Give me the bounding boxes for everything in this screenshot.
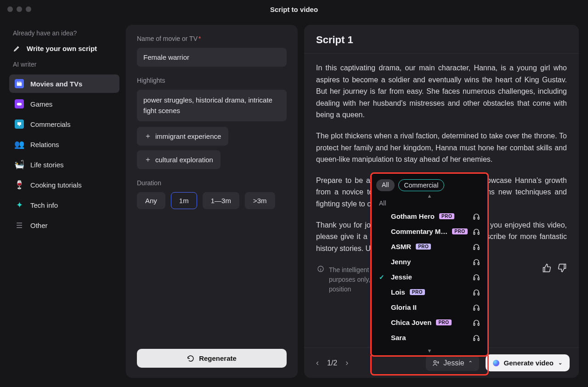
write-own-label: Write your own script [27, 45, 97, 52]
sidebar-item-label: Commercials [30, 120, 71, 128]
svg-rect-0 [17, 83, 22, 86]
name-label: Name of movie or TV* [137, 35, 287, 42]
sidebar-item-life[interactable]: 🛀 Life stories [9, 155, 119, 174]
thumbs-down-icon[interactable] [558, 263, 567, 273]
svg-rect-7 [478, 217, 479, 219]
svg-rect-1 [17, 103, 22, 106]
highlights-label: Highlights [137, 77, 287, 84]
svg-rect-16 [474, 293, 475, 295]
tab-all[interactable]: All [376, 179, 395, 191]
headphone-icon[interactable] [473, 304, 480, 311]
voice-list[interactable]: Gotham HeroPROCommentary M…PROASMRPROJen… [372, 209, 487, 348]
sidebar-item-games[interactable]: Games [9, 95, 119, 113]
voice-option[interactable]: ASMRPRO [372, 239, 487, 254]
sidebar-item-movies[interactable]: Movies and TVs [9, 74, 119, 93]
svg-rect-9 [478, 232, 479, 234]
plus-icon: ＋ [144, 155, 152, 165]
chip-cultural[interactable]: ＋ cultural exploration [137, 150, 220, 169]
voice-name: Gotham Hero [391, 212, 435, 220]
headphone-icon[interactable] [473, 319, 480, 326]
svg-rect-17 [478, 293, 479, 295]
orb-icon [493, 360, 499, 366]
svg-rect-22 [474, 338, 475, 341]
tab-commercial[interactable]: Commercial [398, 179, 445, 191]
duration-gt3m[interactable]: >3m [245, 192, 275, 209]
headphone-icon[interactable] [473, 334, 480, 341]
script-paragraph: In this captivating drama, our main char… [316, 62, 567, 121]
ai-writer-label: AI writer [9, 58, 119, 72]
voice-name: Jenny [391, 258, 411, 266]
sidebar-item-tech[interactable]: ✦ Tech info [9, 196, 119, 214]
headphone-icon[interactable] [473, 228, 480, 235]
svg-rect-19 [478, 308, 479, 310]
voice-group-label: All [372, 199, 487, 209]
duration-any[interactable]: Any [137, 192, 165, 209]
voice-option[interactable]: Chica JovenPRO [372, 315, 487, 330]
headphone-icon[interactable] [473, 289, 480, 296]
pager-prev[interactable]: ‹ [313, 356, 322, 370]
headphone-icon[interactable] [473, 273, 480, 281]
thumbs-up-icon[interactable] [542, 263, 551, 273]
sidebar-item-label: Movies and TVs [30, 80, 82, 88]
pencil-icon [13, 44, 21, 52]
headphone-icon[interactable] [473, 213, 480, 220]
headphone-icon[interactable] [473, 258, 480, 266]
app-title: Script to video [270, 6, 318, 13]
window-min-dot[interactable] [17, 6, 22, 12]
sidebar-list: Movies and TVs Games Commercials 👥 Relat… [9, 74, 119, 234]
duration-1m[interactable]: 1m [171, 192, 197, 209]
voice-option[interactable]: Commentary M…PRO [372, 224, 487, 239]
sidebar-item-label: Games [30, 100, 52, 108]
sidebar: Already have an idea? Write your own scr… [9, 25, 119, 378]
idea-label: Already have an idea? [9, 27, 119, 40]
svg-rect-8 [474, 232, 475, 234]
megaphone-icon [15, 120, 24, 129]
pro-badge: PRO [436, 319, 451, 325]
voice-name: ASMR [391, 243, 411, 250]
svg-rect-13 [478, 262, 479, 265]
sidebar-item-label: Life stories [30, 161, 64, 169]
voice-name: Commentary M… [391, 228, 447, 235]
chip-label: immigrant experience [155, 132, 221, 140]
voice-option[interactable]: Jenny [372, 254, 487, 269]
clapperboard-icon [15, 79, 24, 88]
name-input[interactable] [137, 48, 287, 67]
voice-name: Chica Joven [391, 319, 431, 326]
voice-option[interactable]: LoisPRO [372, 285, 487, 300]
voice-option[interactable]: ✓Jessie [372, 269, 487, 285]
voice-option[interactable]: Gotham HeroPRO [372, 209, 487, 224]
regenerate-button[interactable]: Regenerate [137, 349, 287, 368]
voice-name: Jessie [391, 273, 412, 281]
titlebar: Script to video [0, 0, 588, 18]
highlight-extender [370, 355, 489, 376]
sidebar-item-cooking[interactable]: 🍷 Cooking tutorials [9, 176, 119, 194]
scroll-up-indicator[interactable]: ▲ [372, 193, 487, 199]
duration-1-3m[interactable]: 1—3m [203, 192, 239, 209]
spark-icon: ✦ [15, 200, 24, 210]
window-max-dot[interactable] [26, 6, 31, 12]
svg-rect-20 [474, 323, 475, 325]
sidebar-item-commercials[interactable]: Commercials [9, 115, 119, 133]
pager: ‹ 1/2 › [313, 356, 351, 370]
generate-video-button[interactable]: Generate video ⌄ [486, 354, 570, 371]
sidebar-item-other[interactable]: ☰ Other [9, 216, 119, 234]
headphone-icon[interactable] [473, 243, 480, 250]
scroll-down-indicator[interactable]: ▼ [372, 348, 487, 355]
sidebar-item-label: Relations [30, 141, 59, 148]
voice-option[interactable]: Sara [372, 330, 487, 345]
check-icon: ✓ [379, 273, 386, 281]
write-own-script[interactable]: Write your own script [9, 40, 119, 58]
chip-label: cultural exploration [155, 156, 213, 164]
highlight-suggestions: ＋ immigrant experience ＋ cultural explor… [137, 127, 287, 169]
window-controls [7, 6, 31, 12]
chevron-down-icon: ⌄ [558, 360, 562, 366]
sidebar-item-relations[interactable]: 👥 Relations [9, 135, 119, 154]
voice-option[interactable]: Gloria II [372, 300, 487, 315]
pager-next[interactable]: › [343, 356, 351, 370]
feedback-buttons [542, 263, 567, 273]
sidebar-item-label: Other [30, 222, 48, 229]
voice-name: Lois [391, 288, 405, 296]
window-close-dot[interactable] [7, 6, 13, 12]
highlights-input[interactable]: power struggles, historical drama, intri… [137, 90, 287, 121]
chip-immigrant[interactable]: ＋ immigrant experience [137, 127, 228, 146]
